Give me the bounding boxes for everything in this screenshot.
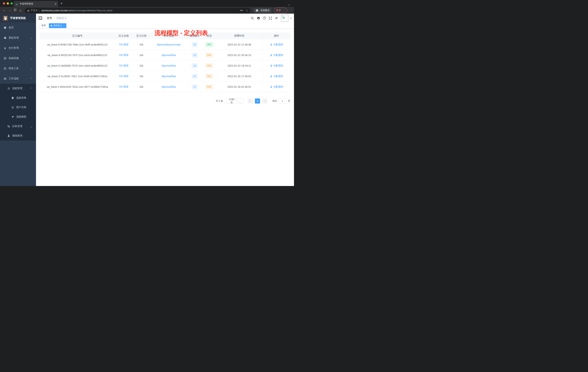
main-panel: 首页 / 流程定义 <box>36 14 294 186</box>
browser-menu-icon[interactable]: ⋮ <box>283 9 285 12</box>
form-link[interactable]: /bpm/oa/flow <box>161 64 176 67</box>
sidebar-item-workflow[interactable]: 工作流程 <box>0 74 36 84</box>
close-window-button[interactable] <box>3 2 5 5</box>
browser-update-button[interactable]: 更新 ⋮ <box>274 8 287 13</box>
security-label[interactable]: 不安全 <box>31 9 38 12</box>
status-badge: 挂起 <box>205 63 213 68</box>
next-page-button[interactable] <box>262 98 267 104</box>
tag-home[interactable]: 首页 <box>40 23 48 28</box>
sidebar-item-process-management[interactable]: 流程管理 <box>0 84 36 93</box>
yen-icon: ¥ <box>4 47 7 50</box>
tab-search-icon[interactable] <box>288 3 290 6</box>
chevron-up-icon <box>31 87 32 90</box>
sidebar-item-payment[interactable]: ¥ 支付管理 <box>0 43 36 53</box>
definition-name-link[interactable]: OA 请假 <box>119 85 128 88</box>
briefcase-icon <box>4 77 7 80</box>
assign-rule-link[interactable]: 分配规则 <box>270 43 283 46</box>
sidebar-item-label: 研发工具 <box>9 67 19 70</box>
user-icon <box>270 86 272 88</box>
monitor-icon <box>4 57 7 60</box>
definition-name-link[interactable]: OA 请假 <box>119 54 128 57</box>
font-size-icon[interactable]: tT <box>273 17 279 20</box>
form-link[interactable]: /bpm/oa/flow <box>161 54 176 57</box>
home-button[interactable]: ⌂ <box>18 9 23 12</box>
favicon-plant-icon <box>15 3 18 5</box>
form-link[interactable]: /bpm/oa/flow <box>161 85 176 88</box>
deploy-time: 2022-01-22 20:34:10 <box>216 54 262 57</box>
zoom-window-button[interactable] <box>10 2 13 5</box>
sidebar: 芋道管理系统 首页 <box>0 14 36 186</box>
incognito-icon <box>255 9 259 12</box>
tab-close-icon[interactable]: × <box>55 2 56 5</box>
gear-icon <box>4 36 7 39</box>
definition-name-link[interactable]: OA 请假 <box>119 64 128 67</box>
sidebar-item-label: 系统管理 <box>9 36 19 40</box>
sidebar-item-home[interactable]: 首页 <box>0 22 36 33</box>
page-number-button[interactable]: 1 <box>255 98 260 104</box>
col-header-actions: 操作 <box>262 33 290 39</box>
github-icon[interactable] <box>255 16 262 20</box>
chevron-down-icon <box>31 47 32 50</box>
key-icon[interactable] <box>240 9 243 12</box>
sidebar-item-leave-query[interactable]: 请假查询 <box>0 131 36 141</box>
definition-category: OA <box>132 85 151 88</box>
fullscreen-icon[interactable] <box>267 17 273 20</box>
sidebar-item-label: 工作流程 <box>9 77 19 80</box>
assign-rule-link[interactable]: 分配规则 <box>270 54 283 57</box>
browser-window: 芋道管理系统 × + ← → ⌂ 不安全 | dash <box>0 0 294 186</box>
sidebar-item-devtools[interactable]: 研发工具 <box>0 63 36 74</box>
definition-category: OA <box>132 64 151 67</box>
sidebar-item-label: 支付管理 <box>9 46 19 50</box>
sidebar-item-system[interactable]: 系统管理 <box>0 33 36 43</box>
bookmark-star-icon[interactable]: ☆ <box>246 9 248 12</box>
sidebar-collapse-icon[interactable] <box>39 17 42 20</box>
tag-close-icon[interactable]: × <box>63 25 64 27</box>
caret-down-icon[interactable]: ▾ <box>290 17 292 20</box>
table-row: oa_leave:5:004b710b-7b8a-11ec-8ef0-acde4… <box>40 39 290 50</box>
form-link[interactable]: /bpm/oa/leave/create <box>157 43 181 46</box>
table-row: oa_leave:2:3c1f0ef1-76b1-11ec-9c66-a2380… <box>40 71 290 82</box>
sidebar-item-user-group[interactable]: 用户分组 <box>0 103 36 112</box>
reload-button[interactable] <box>12 8 18 12</box>
sidebar-item-task-management[interactable]: 任务管理 <box>0 121 36 131</box>
prev-page-button[interactable] <box>248 98 253 104</box>
update-label[interactable]: 更新 <box>276 9 281 12</box>
back-button[interactable]: ← <box>1 9 7 12</box>
col-header-category: 定义分类 <box>132 34 151 37</box>
navbar: 首页 / 流程定义 <box>36 14 294 22</box>
tag-label: 流程定义 <box>53 24 62 27</box>
logo-link[interactable]: 芋道管理系统 <box>0 14 36 22</box>
assign-rule-link[interactable]: 分配规则 <box>270 85 283 88</box>
assign-rule-link[interactable]: 分配规则 <box>270 64 283 67</box>
minimize-window-button[interactable] <box>7 2 9 5</box>
sidebar-item-label: 请假查询 <box>12 134 22 137</box>
sidebar-item-infrastructure[interactable]: 基础设施 <box>0 53 36 63</box>
address-bar[interactable]: 不安全 | dashboard.yudao.iocoder.cn/bpm/man… <box>25 8 251 13</box>
definition-name-link[interactable]: OA 请假 <box>119 43 128 46</box>
avatar[interactable] <box>281 15 288 22</box>
version-badge: v1 <box>192 85 198 89</box>
forward-button[interactable]: → <box>7 9 12 12</box>
breadcrumb-home[interactable]: 首页 <box>47 16 52 20</box>
search-icon[interactable] <box>250 17 255 20</box>
broken-image-icon <box>282 15 285 19</box>
assign-rule-link[interactable]: 分配规则 <box>270 75 283 78</box>
status-badge: 激活 <box>205 42 213 47</box>
col-header-id: 定义编号 <box>40 34 115 37</box>
form-link[interactable]: /bpm/oa/flow <box>161 75 176 78</box>
sidebar-item-label: 流程模型 <box>16 115 26 119</box>
url-path: /bpm/manager/definition?key=oa_leave <box>71 9 112 12</box>
new-tab-button[interactable]: + <box>60 2 63 5</box>
definition-name-link[interactable]: OA 请假 <box>119 75 128 78</box>
browser-tab[interactable]: 芋道管理系统 × <box>14 1 58 7</box>
goto-page-input[interactable] <box>279 98 286 104</box>
definition-category: OA <box>132 54 151 57</box>
table-row: oa_leave:3:1fad3d93-7b75-11ec-a3c8-acde4… <box>40 60 290 71</box>
sidebar-item-process-model[interactable]: 流程模型 <box>0 112 36 121</box>
pagination-total: 共 5 条 <box>216 99 223 103</box>
tag-process-definition[interactable]: 流程定义 × <box>49 23 66 28</box>
help-icon[interactable]: ? <box>262 16 267 20</box>
page-size-select[interactable]: 10条/页 <box>226 98 244 104</box>
sidebar-item-process-form[interactable]: 流程表单 <box>0 93 36 103</box>
incognito-badge: 无痕模式 <box>253 8 272 13</box>
